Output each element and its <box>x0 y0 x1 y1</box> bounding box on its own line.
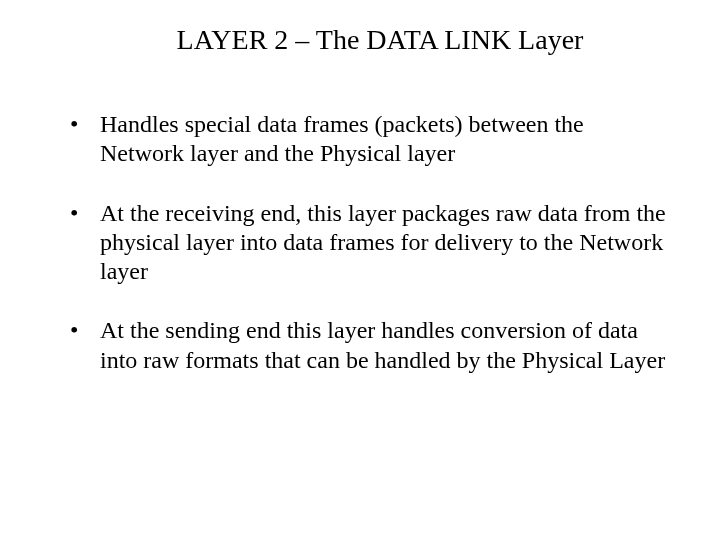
slide-title: LAYER 2 – The DATA LINK Layer <box>120 24 640 56</box>
slide: LAYER 2 – The DATA LINK Layer Handles sp… <box>0 0 720 540</box>
bullet-list: Handles special data frames (packets) be… <box>40 110 680 375</box>
list-item: Handles special data frames (packets) be… <box>70 110 670 169</box>
list-item: At the sending end this layer handles co… <box>70 316 670 375</box>
list-item: At the receiving end, this layer package… <box>70 199 670 287</box>
